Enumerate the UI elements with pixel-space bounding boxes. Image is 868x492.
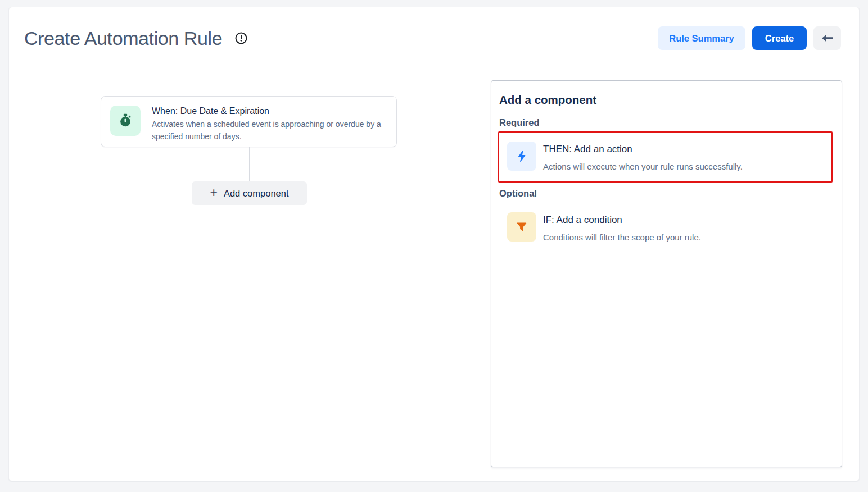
if-option-description: Conditions will filter the scope of your… bbox=[543, 232, 701, 243]
rule-summary-button[interactable]: Rule Summary bbox=[658, 26, 745, 50]
add-component-label: Add component bbox=[224, 188, 289, 199]
add-component-button[interactable]: + Add component bbox=[192, 181, 307, 205]
trigger-card-description: Activates when a scheduled event is appr… bbox=[152, 119, 395, 143]
section-label-required: Required bbox=[499, 117, 833, 129]
panel-title: Add a component bbox=[499, 93, 833, 107]
then-option-title: THEN: Add an action bbox=[543, 143, 743, 156]
create-button[interactable]: Create bbox=[752, 26, 807, 50]
trigger-card-text: When: Due Date & Expiration Activates wh… bbox=[152, 106, 395, 138]
then-option-text: THEN: Add an action Actions will execute… bbox=[543, 142, 743, 172]
back-button[interactable] bbox=[813, 26, 841, 50]
section-label-optional: Optional bbox=[499, 188, 833, 199]
trigger-card[interactable]: When: Due Date & Expiration Activates wh… bbox=[101, 96, 397, 147]
if-option-text: IF: Add a condition Conditions will filt… bbox=[543, 212, 701, 243]
alert-circle-icon[interactable] bbox=[234, 31, 248, 45]
filter-icon bbox=[507, 212, 536, 242]
create-automation-rule-page: Create Automation Rule Rule Summary Crea… bbox=[8, 7, 860, 481]
then-option-description: Actions will execute when your rule runs… bbox=[543, 161, 743, 172]
if-add-condition-option[interactable]: IF: Add a condition Conditions will filt… bbox=[498, 202, 833, 253]
then-add-action-option[interactable]: THEN: Add an action Actions will execute… bbox=[498, 131, 833, 183]
if-option-title: IF: Add a condition bbox=[543, 213, 701, 227]
header-actions: Rule Summary Create bbox=[658, 26, 841, 50]
add-component-panel: Add a component Required THEN: Add an ac… bbox=[491, 80, 842, 467]
trigger-card-title: When: Due Date & Expiration bbox=[152, 106, 395, 117]
plus-icon: + bbox=[210, 186, 217, 199]
arrow-left-icon bbox=[820, 31, 835, 45]
connector-line bbox=[249, 147, 250, 181]
page-header: Create Automation Rule Rule Summary Crea… bbox=[24, 26, 841, 50]
stopwatch-icon bbox=[110, 106, 141, 136]
page-title: Create Automation Rule bbox=[24, 26, 222, 50]
lightning-icon bbox=[507, 142, 536, 171]
